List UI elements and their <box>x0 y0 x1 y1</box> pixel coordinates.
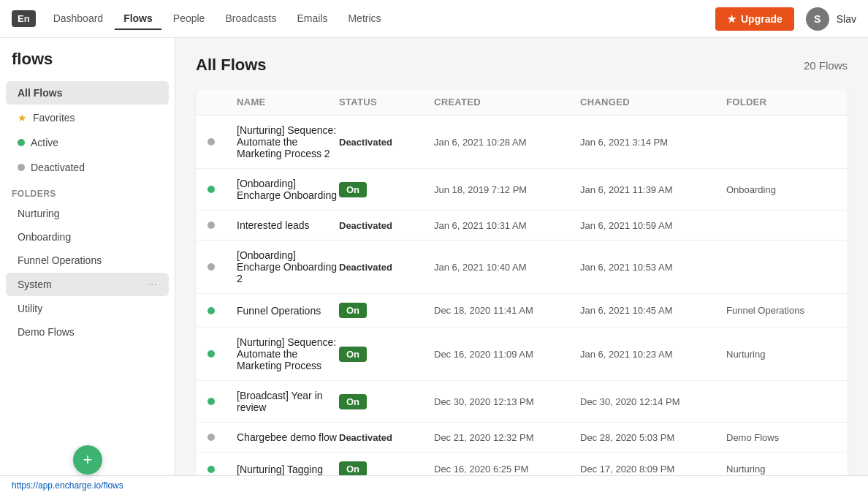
row-dot-icon <box>208 350 215 358</box>
table-row[interactable]: [Nurturing] Sequence: Automate the Marke… <box>196 116 848 169</box>
col-status: Status <box>339 97 434 107</box>
row-status: Deactivated <box>339 261 434 273</box>
row-indicator <box>208 263 237 271</box>
row-changed: Jan 6, 2021 11:39 AM <box>580 184 726 195</box>
row-changed: Dec 17, 2020 8:09 PM <box>580 464 726 475</box>
row-folder: Onboarding <box>726 184 836 195</box>
row-created: Jan 6, 2021 10:40 AM <box>434 262 580 273</box>
row-created: Dec 21, 2020 12:32 PM <box>434 432 580 443</box>
table-header: Name Status Created Changed Folder <box>196 89 848 116</box>
row-dot-icon <box>208 263 215 271</box>
row-created: Jan 6, 2021 10:28 AM <box>434 137 580 148</box>
row-dot-icon <box>208 307 215 314</box>
status-badge: Deactivated <box>339 432 392 443</box>
favorites-icon: ★ <box>18 112 27 124</box>
table-body: [Nurturing] Sequence: Automate the Marke… <box>196 116 848 475</box>
row-name[interactable]: Interested leads <box>237 219 339 231</box>
flows-table: Name Status Created Changed Folder [Nurt… <box>196 89 848 475</box>
row-changed: Jan 6, 2021 3:14 PM <box>580 137 726 148</box>
folder-label: Onboarding <box>18 231 71 243</box>
sidebar-item-favorites[interactable]: ★ Favorites <box>6 106 169 129</box>
flows-count: 20 Flows <box>804 59 848 72</box>
sidebar-item-funnel-operations[interactable]: Funnel Operations <box>6 249 169 271</box>
sidebar-item-all-flows[interactable]: All Flows <box>6 81 169 105</box>
row-name[interactable]: [Nurturing] Sequence: Automate the Marke… <box>237 336 339 371</box>
folder-label: Nurturing <box>18 208 60 219</box>
sidebar-item-deactivated[interactable]: Deactivated <box>6 156 169 179</box>
sidebar-item-label: Active <box>31 137 58 148</box>
nav-people[interactable]: People <box>164 8 214 30</box>
folder-more-icon[interactable]: ··· <box>148 278 157 291</box>
add-flow-button[interactable]: + <box>73 445 102 475</box>
active-dot-icon <box>18 139 25 146</box>
folders-section-label: Folders <box>0 180 175 202</box>
deactivated-dot-icon <box>18 164 25 171</box>
row-dot-icon <box>208 466 215 473</box>
table-row[interactable]: [Broadcast] Year in review On Dec 30, 20… <box>196 381 848 423</box>
table-row[interactable]: [Onboarding] Encharge Onboarding On Jun … <box>196 169 848 211</box>
status-badge: Deactivated <box>339 262 392 273</box>
row-status: Deactivated <box>339 219 434 231</box>
row-indicator <box>208 138 237 146</box>
table-row[interactable]: [Nurturing] Tagging On Dec 16, 2020 6:25… <box>196 453 848 475</box>
status-badge: On <box>339 303 367 318</box>
table-row[interactable]: [Onboarding] Encharge Onboarding 2 Deact… <box>196 241 848 294</box>
sidebar-item-active[interactable]: Active <box>6 131 169 154</box>
content-header: All Flows 20 Flows <box>196 56 848 75</box>
nav-dashboard[interactable]: Dashboard <box>45 8 113 30</box>
row-name[interactable]: [Broadcast] Year in review <box>237 390 339 413</box>
row-name[interactable]: [Onboarding] Encharge Onboarding 2 <box>237 249 339 284</box>
row-name[interactable]: [Nurturing] Sequence: Automate the Marke… <box>237 124 339 159</box>
row-created: Dec 18, 2020 11:41 AM <box>434 305 580 316</box>
nav-emails[interactable]: Emails <box>288 8 336 30</box>
sidebar-title: flows <box>0 50 175 80</box>
folder-label: Utility <box>18 303 42 314</box>
avatar[interactable]: S <box>806 7 829 31</box>
row-dot-icon <box>208 434 215 441</box>
sidebar-item-demo-flows[interactable]: Demo Flows <box>6 321 169 343</box>
row-indicator <box>208 350 237 358</box>
row-dot-icon <box>208 138 215 146</box>
folder-label: System <box>18 279 52 290</box>
col-name: Name <box>237 97 339 107</box>
upgrade-button[interactable]: ★ Upgrade <box>715 7 794 31</box>
row-changed: Jan 6, 2021 10:53 AM <box>580 262 726 273</box>
row-created: Dec 16, 2020 6:25 PM <box>434 464 580 475</box>
row-name[interactable]: Chargebee demo flow <box>237 431 339 443</box>
nav-flows[interactable]: Flows <box>115 8 161 30</box>
sidebar-item-nurturing[interactable]: Nurturing <box>6 203 169 224</box>
row-created: Dec 16, 2020 11:09 AM <box>434 349 580 360</box>
user-name: Slav <box>837 13 856 25</box>
upgrade-label: Upgrade <box>741 13 783 25</box>
table-row[interactable]: Chargebee demo flow Deactivated Dec 21, … <box>196 423 848 453</box>
row-created: Dec 30, 2020 12:13 PM <box>434 396 580 407</box>
row-folder: Nurturing <box>726 349 836 360</box>
row-changed: Dec 28, 2020 5:03 PM <box>580 432 726 443</box>
table-row[interactable]: Funnel Operations On Dec 18, 2020 11:41 … <box>196 294 848 328</box>
row-folder: Demo Flows <box>726 432 836 443</box>
row-indicator <box>208 307 237 314</box>
row-folder: Funnel Operations <box>726 305 836 316</box>
sidebar-item-utility[interactable]: Utility <box>6 298 169 320</box>
row-created: Jun 18, 2019 7:12 PM <box>434 184 580 195</box>
lang-badge[interactable]: En <box>12 10 36 27</box>
col-created: Created <box>434 97 580 107</box>
table-row[interactable]: Interested leads Deactivated Jan 6, 2021… <box>196 211 848 241</box>
row-name[interactable]: Funnel Operations <box>237 305 339 317</box>
row-dot-icon <box>208 398 215 405</box>
topnav: En Dashboard Flows People Broadcasts Ema… <box>0 0 868 38</box>
row-name[interactable]: [Nurturing] Tagging <box>237 464 339 475</box>
nav-broadcasts[interactable]: Broadcasts <box>216 8 285 30</box>
row-dot-icon <box>208 186 215 193</box>
sidebar-item-system[interactable]: System ··· <box>6 273 169 296</box>
status-badge: Deactivated <box>339 137 392 148</box>
folder-label: Demo Flows <box>18 326 75 338</box>
row-name[interactable]: [Onboarding] Encharge Onboarding <box>237 178 339 201</box>
nav-metrics[interactable]: Metrics <box>339 8 389 30</box>
table-row[interactable]: [Nurturing] Sequence: Automate the Marke… <box>196 328 848 381</box>
row-status: On <box>339 303 434 318</box>
status-badge: On <box>339 461 367 475</box>
sidebar-item-onboarding[interactable]: Onboarding <box>6 226 169 248</box>
sidebar-item-label: Deactivated <box>31 162 85 173</box>
row-changed: Jan 6, 2021 10:59 AM <box>580 220 726 231</box>
